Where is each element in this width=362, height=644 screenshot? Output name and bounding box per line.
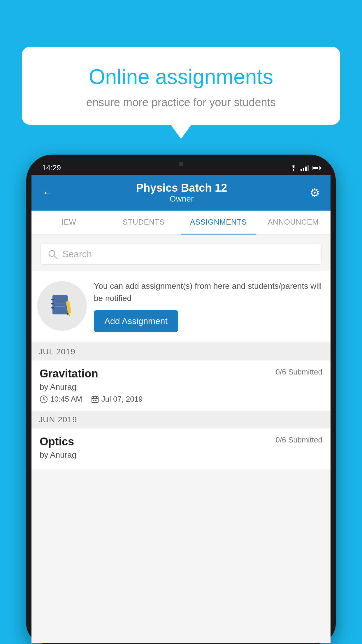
empty-state-section: You can add assignment(s) from here and … [31, 271, 331, 341]
status-icons [289, 165, 320, 171]
back-button[interactable]: ← [42, 186, 54, 199]
camera-dot [179, 162, 183, 166]
tab-iew[interactable]: IEW [31, 211, 106, 235]
signal-icon [301, 165, 309, 171]
add-assignment-button[interactable]: Add Assignment [94, 310, 178, 332]
battery-icon [312, 166, 320, 170]
tab-announcements[interactable]: ANNOUNCEM [256, 211, 331, 235]
clock-icon [40, 395, 48, 403]
section-jul-2019: JUL 2019 [31, 343, 331, 360]
empty-description: You can add assignment(s) from here and … [94, 280, 322, 304]
phone-time: 14:29 [42, 163, 61, 172]
section-jun-label: JUN 2019 [38, 415, 77, 424]
svg-rect-4 [51, 299, 54, 300]
assignment-gravitation-name: Gravitation [40, 368, 98, 380]
assignment-optics-name: Optics [40, 435, 74, 448]
phone-mockup: 14:29 [26, 155, 336, 644]
notebook-icon [49, 293, 75, 319]
promo-title: Online assignments [42, 64, 320, 89]
empty-text-section: You can add assignment(s) from here and … [94, 280, 322, 332]
svg-rect-6 [51, 307, 54, 309]
app-header: ← Physics Batch 12 Owner ⚙ [31, 175, 331, 211]
calendar-icon [91, 395, 99, 403]
status-bar: 14:29 [31, 160, 331, 175]
assignment-optics[interactable]: Optics 0/6 Submitted by Anurag [31, 428, 331, 470]
svg-line-15 [44, 399, 45, 400]
svg-rect-3 [52, 295, 68, 314]
batch-title: Physics Batch 12 [136, 182, 227, 194]
tab-bar: IEW STUDENTS ASSIGNMENTS ANNOUNCEM [31, 211, 331, 235]
svg-point-0 [293, 170, 294, 171]
svg-rect-16 [92, 397, 98, 402]
svg-rect-20 [93, 400, 94, 401]
settings-icon[interactable]: ⚙ [310, 186, 320, 200]
section-jun-2019: JUN 2019 [31, 411, 331, 428]
assignment-gravitation-submitted: 0/6 Submitted [276, 368, 322, 377]
assignment-icon-circle [37, 281, 87, 331]
search-icon [48, 249, 58, 259]
svg-rect-5 [51, 303, 54, 304]
assignment-optics-author: by Anurag [40, 450, 322, 460]
search-bar[interactable]: Search [41, 244, 321, 264]
assignment-time: 10:45 AM [50, 395, 82, 404]
svg-line-2 [54, 256, 57, 259]
promo-section: Online assignments ensure more practice … [22, 47, 340, 125]
promo-subtitle: ensure more practice for your students [42, 96, 320, 109]
assignment-gravitation[interactable]: Gravitation 0/6 Submitted by Anurag 10:4… [31, 360, 331, 411]
phone-notch [172, 160, 190, 168]
search-placeholder: Search [62, 249, 92, 260]
section-jul-label: JUL 2019 [38, 347, 75, 356]
assignment-gravitation-meta: 10:45 AM Jul 07, 2019 [40, 395, 322, 404]
svg-rect-21 [95, 400, 96, 401]
owner-label: Owner [136, 194, 227, 204]
tab-assignments[interactable]: ASSIGNMENTS [181, 211, 256, 235]
tab-students[interactable]: STUDENTS [106, 211, 181, 235]
header-center: Physics Batch 12 Owner [136, 182, 227, 204]
svg-point-1 [49, 251, 55, 256]
speech-bubble: Online assignments ensure more practice … [22, 47, 340, 125]
assignment-date: Jul 07, 2019 [101, 395, 143, 404]
assignment-gravitation-author: by Anurag [40, 382, 322, 392]
assignment-optics-submitted: 0/6 Submitted [276, 435, 322, 444]
app-screen: ← Physics Batch 12 Owner ⚙ IEW STUDENTS … [31, 175, 331, 643]
wifi-icon [289, 165, 298, 171]
